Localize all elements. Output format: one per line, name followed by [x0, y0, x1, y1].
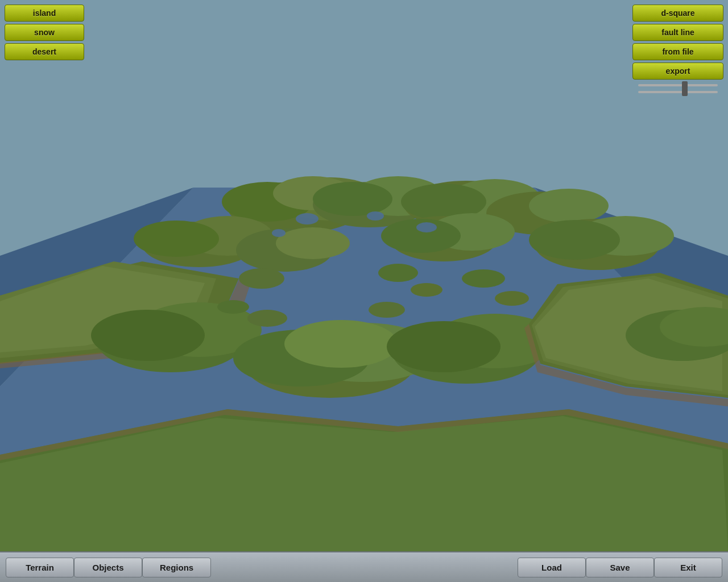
terrain-scene	[0, 0, 728, 551]
svg-point-54	[247, 310, 287, 327]
svg-point-49	[378, 264, 418, 282]
svg-point-11	[313, 182, 392, 216]
svg-point-21	[276, 227, 350, 259]
svg-point-56	[296, 213, 318, 225]
svg-point-55	[217, 300, 249, 314]
exit-button[interactable]: Exit	[654, 558, 722, 577]
slider2-track	[638, 91, 718, 93]
terrain-tab[interactable]: Terrain	[6, 558, 74, 577]
left-panel: island snow desert	[5, 5, 84, 60]
load-button[interactable]: Load	[518, 558, 586, 577]
svg-point-58	[416, 222, 437, 232]
desert-button[interactable]: desert	[5, 43, 84, 60]
svg-point-16	[529, 189, 609, 223]
slider2-thumb[interactable]	[682, 88, 688, 96]
svg-point-41	[387, 321, 500, 372]
objects-tab[interactable]: Objects	[74, 558, 142, 577]
island-button[interactable]: island	[5, 5, 84, 22]
svg-point-53	[495, 291, 529, 306]
bottom-toolbar: Terrain Objects Regions Load Save Exit	[0, 551, 728, 582]
svg-point-27	[529, 220, 620, 260]
export-button[interactable]: export	[632, 63, 723, 80]
svg-point-38	[284, 320, 398, 368]
svg-point-19	[134, 221, 219, 257]
regions-tab[interactable]: Regions	[142, 558, 211, 577]
svg-point-50	[411, 283, 442, 297]
svg-point-57	[367, 211, 384, 221]
sliders-panel	[632, 84, 723, 93]
faultline-button[interactable]: fault line	[632, 24, 723, 41]
slider1-track	[638, 84, 718, 86]
svg-point-59	[272, 229, 286, 237]
save-button[interactable]: Save	[586, 558, 654, 577]
dsquare-button[interactable]: d-square	[632, 5, 723, 22]
snow-button[interactable]: snow	[5, 24, 84, 41]
fromfile-button[interactable]: from file	[632, 43, 723, 60]
right-panel: d-square fault line from file export	[632, 5, 723, 93]
svg-point-34	[91, 310, 205, 361]
svg-point-48	[239, 268, 284, 289]
svg-point-51	[369, 302, 405, 318]
terrain-viewport	[0, 0, 728, 551]
svg-rect-63	[0, 0, 728, 159]
svg-point-52	[462, 269, 505, 288]
